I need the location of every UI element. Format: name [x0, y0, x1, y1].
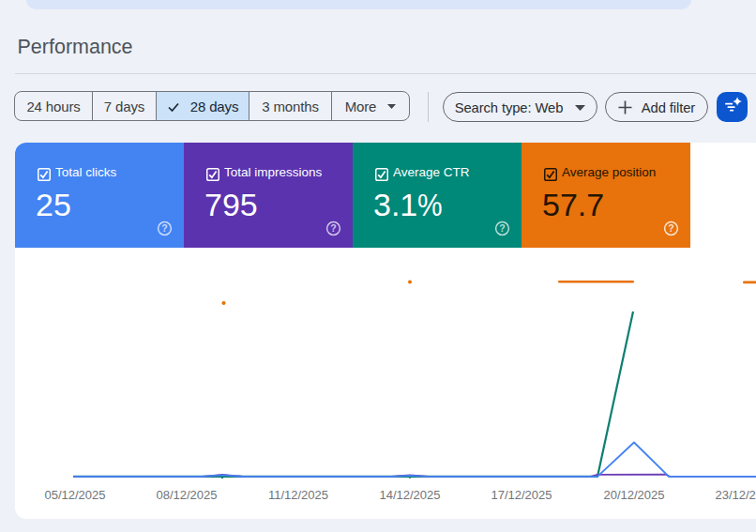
svg-text:?: ?: [161, 222, 167, 234]
svg-text:?: ?: [330, 222, 336, 234]
svg-text:?: ?: [499, 222, 505, 234]
svg-text:?: ?: [668, 222, 673, 234]
